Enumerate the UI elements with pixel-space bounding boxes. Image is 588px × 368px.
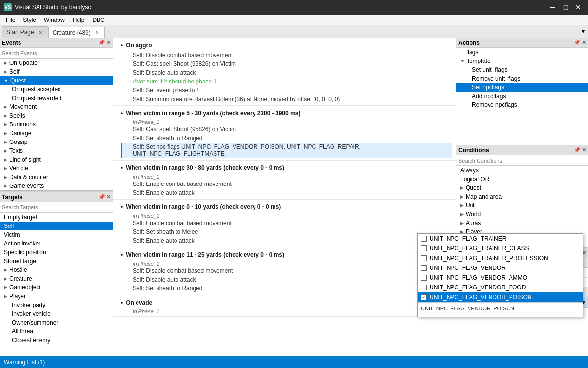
dropdown-checkbox[interactable] <box>421 275 427 281</box>
targets-pin-btn[interactable]: 📌 <box>98 194 105 200</box>
action-line-comment[interactable]: //Not sure if it should be phase 1 <box>121 77 452 86</box>
cond-unit[interactable]: ▶Unit <box>456 201 588 210</box>
event-vehicle[interactable]: ▶Vehicle <box>0 164 113 173</box>
event-spells[interactable]: ▶Spells <box>0 111 113 120</box>
target-victim[interactable]: Victim <box>0 230 113 239</box>
action-template[interactable]: ▼Template <box>456 57 588 65</box>
event-data-counter[interactable]: ▶Data & counter <box>0 173 113 182</box>
cond-quest[interactable]: ▶Quest <box>456 184 588 192</box>
dropdown-item-vendor[interactable]: UNIT_NPC_FLAG_VENDOR <box>418 263 583 273</box>
cond-always[interactable]: Always <box>456 166 588 175</box>
event-on-update[interactable]: ▶On Update <box>0 59 113 67</box>
menu-help[interactable]: Help <box>69 15 89 25</box>
event-quest[interactable]: ▼Quest <box>0 76 113 85</box>
targets-close-btn[interactable]: ✕ <box>106 194 111 200</box>
dropdown-checkbox[interactable] <box>421 245 427 251</box>
cond-world[interactable]: ▶World <box>456 210 588 219</box>
dropdown-checkbox[interactable] <box>421 265 427 271</box>
events-search[interactable] <box>0 48 113 59</box>
minimize-button[interactable]: ─ <box>547 2 559 12</box>
target-closest-enemy[interactable]: Closest enemy <box>0 336 113 345</box>
target-player[interactable]: ▶Player <box>0 292 113 301</box>
action-line[interactable]: Self: Disable auto attack <box>121 68 452 77</box>
cond-map-area[interactable]: ▶Map and area <box>456 192 588 201</box>
action-set-npcflags[interactable]: Set npcflags <box>456 83 588 92</box>
dropdown-checkbox-checked[interactable] <box>421 294 427 300</box>
action-line[interactable]: Self: Disable combat based movement <box>121 266 452 275</box>
dropdown-checkbox[interactable] <box>421 236 427 242</box>
action-line[interactable]: Self: Set event phase to 1 <box>121 86 452 95</box>
conditions-close-btn[interactable]: ✕ <box>582 147 586 153</box>
event-texts[interactable]: ▶Texts <box>0 146 113 155</box>
action-remove-unit-flags[interactable]: Remove unit_flags <box>456 74 588 83</box>
dropdown-item-vendor-poison[interactable]: UNIT_NPC_FLAG_VENDOR_POISON <box>418 292 583 302</box>
target-all-threat[interactable]: All threat <box>0 327 113 336</box>
target-stored[interactable]: Stored target <box>0 257 113 266</box>
maximize-button[interactable]: □ <box>560 2 571 12</box>
action-line-active[interactable]: Self: Set npc flags UNIT_NPC_FLAG_VENDOR… <box>121 143 452 158</box>
tab-close-creature[interactable]: ✕ <box>94 29 100 36</box>
dropdown-item-vendor-food[interactable]: UNIT_NPC_FLAG_VENDOR_FOOD <box>418 283 583 292</box>
target-owner-summoner[interactable]: Owner/summoner <box>0 318 113 327</box>
action-line[interactable]: Self: Set sheath to Melee <box>121 227 452 236</box>
tab-close-start[interactable]: ✕ <box>37 29 44 36</box>
action-line[interactable]: Self: Cast spell Shoot (95826) on Victim <box>121 125 452 134</box>
dropdown-item-trainer-class[interactable]: UNIT_NPC_FLAG_TRAINER_CLASS <box>418 244 583 253</box>
action-line[interactable]: Self: Summon creature Harvest Golem (36)… <box>121 95 452 103</box>
action-line[interactable]: Self: Set sheath to Ranged <box>121 134 452 143</box>
event-quest-rewarded[interactable]: On quest rewarded <box>0 94 113 102</box>
event-self[interactable]: ▶Self <box>0 67 113 76</box>
action-remove-npcflags[interactable]: Remove npcflags <box>456 101 588 109</box>
action-flags[interactable]: flags <box>456 48 588 57</box>
dropdown-item-trainer-profession[interactable]: UNIT_NPC_FLAG_TRAINER_PROFESSION <box>418 253 583 263</box>
menu-dbc[interactable]: DBC <box>88 15 108 25</box>
target-action-invoker[interactable]: Action invoker <box>0 239 113 248</box>
tab-dropdown-btn[interactable]: ▼ <box>578 25 588 38</box>
cond-logical-or[interactable]: Logical OR <box>456 175 588 184</box>
actions-close-btn[interactable]: ✕ <box>582 40 586 46</box>
target-invoker-vehicle[interactable]: Invoker vehicle <box>0 309 113 318</box>
target-invoker-party[interactable]: Invoker party <box>0 301 113 309</box>
target-gameobject[interactable]: ▶Gameobject <box>0 283 113 292</box>
tab-start-page[interactable]: Start Page ✕ <box>2 26 48 38</box>
dropdown-item-trainer[interactable]: UNIT_NPC_FLAG_TRAINER <box>418 234 583 244</box>
action-line[interactable]: Self: Disable auto attack <box>121 275 452 284</box>
dropdown-checkbox[interactable] <box>421 255 427 261</box>
target-self[interactable]: Self <box>0 222 113 230</box>
close-button[interactable]: ✕ <box>572 2 584 12</box>
target-specific-position[interactable]: Specific position <box>0 248 113 257</box>
target-creature[interactable]: ▶Creature <box>0 274 113 283</box>
event-quest-accepted[interactable]: On quest accepted <box>0 85 113 94</box>
dropdown-checkbox[interactable] <box>421 285 427 290</box>
cond-auras[interactable]: ▶Auras <box>456 219 588 227</box>
event-gossip[interactable]: ▶Gossip <box>0 138 113 146</box>
event-summons[interactable]: ▶Summons <box>0 120 113 129</box>
action-line[interactable]: Self: Enable combat based movement <box>121 180 452 188</box>
action-line[interactable]: Self: Enable combat based movement <box>121 219 452 227</box>
event-damage[interactable]: ▶Damage <box>0 129 113 138</box>
events-pin-btn[interactable]: 📌 <box>98 40 105 46</box>
action-line[interactable]: Self: Set sheath to Ranged <box>121 284 452 293</box>
target-empty[interactable]: Empty target <box>0 213 113 222</box>
action-line[interactable]: Self: Enable auto attack <box>121 188 452 197</box>
action-add-npcflags[interactable]: Add npcflags <box>456 92 588 101</box>
event-movement[interactable]: ▶Movement <box>0 102 113 111</box>
actions-pin-btn[interactable]: 📌 <box>574 40 581 46</box>
tab-creature[interactable]: Creature (489) ✕ <box>48 27 105 38</box>
dropdown-item-vendor-ammo[interactable]: UNIT_NPC_FLAG_VENDOR_AMMO <box>418 273 583 283</box>
action-set-unit-flags[interactable]: Set unit_flags <box>456 65 588 74</box>
conditions-search[interactable] <box>456 155 588 166</box>
action-line[interactable]: Self: Cast spell Shoot (95826) on Victim <box>121 60 452 68</box>
event-line-of-sight[interactable]: ▶Line of sight <box>0 155 113 164</box>
menu-style[interactable]: Style <box>19 15 40 25</box>
action-line[interactable]: Self: Enable auto attack <box>121 236 452 245</box>
event-block-range11-25: • When victim in range 11 - 25 yards (ch… <box>113 247 456 295</box>
events-close-btn[interactable]: ✕ <box>106 40 111 46</box>
targets-search[interactable] <box>0 202 113 213</box>
menu-file[interactable]: File <box>2 15 19 25</box>
conditions-pin-btn[interactable]: 📌 <box>574 147 581 153</box>
target-hostile[interactable]: ▶Hostile <box>0 266 113 274</box>
action-line[interactable]: Self: Disable combat based movement <box>121 51 452 60</box>
menu-window[interactable]: Window <box>40 15 69 25</box>
event-game-events[interactable]: ▶Game events <box>0 182 113 190</box>
